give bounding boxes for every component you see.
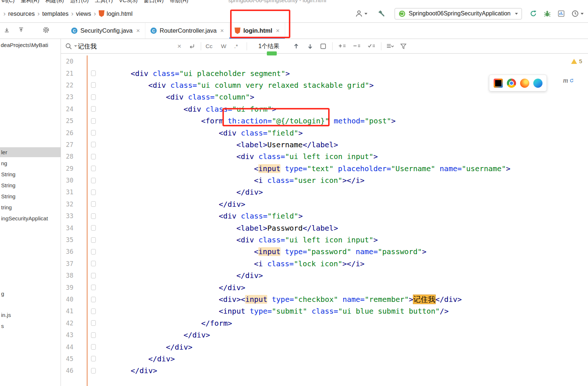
remove-occurrence-icon[interactable] <box>353 43 361 49</box>
fold-marker-icon[interactable] <box>91 285 96 290</box>
fold-marker-icon[interactable] <box>91 142 96 147</box>
line-number[interactable]: 37 <box>61 260 73 267</box>
line-number[interactable]: 28 <box>61 153 73 160</box>
line-number[interactable]: 43 <box>61 331 73 339</box>
line-number[interactable]: 27 <box>61 141 73 148</box>
filter-search-lines-icon[interactable] <box>386 43 394 49</box>
tab-close-icon[interactable]: × <box>136 27 140 35</box>
project-tree-item[interactable]: tring <box>0 202 61 212</box>
fold-marker-icon[interactable] <box>91 297 96 302</box>
line-number[interactable]: 38 <box>61 272 73 279</box>
fold-marker-icon[interactable] <box>91 166 96 171</box>
build-hammer-icon[interactable] <box>377 10 385 18</box>
project-tree-item[interactable]: in.js <box>0 310 61 320</box>
user-account-icon[interactable] <box>355 10 367 18</box>
open-in-find-window-icon[interactable] <box>320 43 326 49</box>
fold-marker-icon[interactable] <box>91 344 96 350</box>
newline-icon[interactable] <box>188 43 195 50</box>
breadcrumb-item-resources[interactable]: resources <box>8 10 35 17</box>
fold-marker-icon[interactable] <box>91 213 96 219</box>
fold-marker-icon[interactable] <box>91 237 96 243</box>
debug-bug-icon[interactable] <box>543 10 551 18</box>
line-number[interactable]: 22 <box>61 82 73 89</box>
line-number[interactable]: 34 <box>61 224 73 232</box>
line-number[interactable]: 24 <box>61 105 73 113</box>
fold-marker-icon[interactable] <box>91 94 96 100</box>
fold-marker-icon[interactable] <box>91 332 96 338</box>
fold-marker-icon[interactable] <box>91 106 96 112</box>
edge-browser-icon[interactable] <box>533 79 542 88</box>
previous-match-icon[interactable] <box>293 43 300 50</box>
filter-funnel-icon[interactable] <box>400 43 407 49</box>
line-number[interactable]: 21 <box>61 70 73 77</box>
add-occurrence-icon[interactable] <box>338 43 346 49</box>
tab-SecurityConfig-java[interactable]: CSecurityConfig.java× <box>66 23 145 39</box>
fold-marker-icon[interactable] <box>91 201 96 207</box>
line-number[interactable]: 29 <box>61 165 73 172</box>
firefox-browser-icon[interactable] <box>520 79 529 88</box>
fold-marker-icon[interactable] <box>91 249 96 255</box>
project-tree-item[interactable]: String <box>0 191 61 201</box>
fold-marker-icon[interactable] <box>91 273 96 278</box>
inspections-widget[interactable]: 5 <box>571 58 582 64</box>
rerun-icon[interactable] <box>529 10 537 18</box>
menu-items[interactable]: 码(C) 重构(R) 构建(B) 运行(U) 工具(T) VCS(S) 窗口(W… <box>1 0 188 4</box>
collapse-all-icon[interactable] <box>4 27 10 35</box>
line-number[interactable]: 30 <box>61 177 73 184</box>
run-with-coverage-icon[interactable] <box>557 10 565 18</box>
fold-marker-icon[interactable] <box>91 82 96 88</box>
line-number[interactable]: 40 <box>61 296 73 303</box>
project-tree-item[interactable]: g <box>0 289 61 299</box>
maven-tool-window-button[interactable]: m <box>563 76 574 84</box>
fold-marker-icon[interactable] <box>91 320 96 326</box>
line-number[interactable]: 33 <box>61 212 73 220</box>
settings-gear-icon[interactable] <box>43 26 50 35</box>
line-number[interactable]: 36 <box>61 248 73 255</box>
fold-marker-icon[interactable] <box>91 130 96 136</box>
line-number[interactable]: 44 <box>61 343 73 351</box>
fold-marker-icon[interactable] <box>91 118 96 124</box>
line-number[interactable]: 31 <box>61 188 73 196</box>
tab-RouterController-java[interactable]: CRouterController.java× <box>145 23 229 39</box>
fold-marker-icon[interactable] <box>91 368 96 374</box>
line-number[interactable]: 45 <box>61 355 73 362</box>
fold-marker-icon[interactable] <box>91 309 96 314</box>
line-number[interactable]: 32 <box>61 201 73 208</box>
regex-toggle[interactable]: .* <box>234 43 238 50</box>
line-number[interactable]: 39 <box>61 284 73 291</box>
breadcrumb-item-templates[interactable]: templates <box>42 10 69 17</box>
line-number[interactable]: 23 <box>61 93 73 101</box>
fold-marker-icon[interactable] <box>91 225 96 231</box>
project-tree-item[interactable]: s <box>0 321 61 331</box>
project-tree-item[interactable]: ng <box>0 158 61 168</box>
breadcrumb-item-login-html[interactable]: login.html <box>107 10 133 17</box>
fold-marker-icon[interactable] <box>91 190 96 195</box>
match-case-toggle[interactable]: Cc <box>206 43 213 50</box>
line-number[interactable]: 41 <box>61 307 73 315</box>
window-menu-bar[interactable]: 码(C) 重构(R) 构建(B) 运行(U) 工具(T) VCS(S) 窗口(W… <box>0 0 588 5</box>
fold-marker-icon[interactable] <box>91 261 96 266</box>
chrome-browser-icon[interactable] <box>507 79 516 88</box>
fold-marker-icon[interactable] <box>91 356 96 361</box>
search-icon[interactable] <box>65 42 77 50</box>
line-number[interactable]: 42 <box>61 320 73 327</box>
select-all-occurrences-icon[interactable] <box>368 43 375 49</box>
next-match-icon[interactable] <box>307 43 313 50</box>
history-clock-icon[interactable] <box>571 10 584 18</box>
line-number[interactable]: 26 <box>61 129 73 137</box>
fold-marker-icon[interactable] <box>91 154 96 159</box>
search-input[interactable]: 记住我 <box>78 42 97 50</box>
breadcrumb-item-views[interactable]: views <box>76 10 91 17</box>
expand-all-icon[interactable] <box>18 27 24 35</box>
tab-close-icon[interactable]: × <box>276 27 280 35</box>
run-configuration-select[interactable]: Springboot06SpringSecurityApplication <box>395 8 522 19</box>
project-tree-item[interactable]: ingSecurityApplicat <box>0 213 61 223</box>
line-number[interactable]: 35 <box>61 236 73 243</box>
fold-marker-icon[interactable] <box>91 178 96 183</box>
tab-close-icon[interactable]: × <box>220 27 224 35</box>
line-number[interactable]: 46 <box>61 367 73 374</box>
whole-words-toggle[interactable]: W <box>221 43 226 50</box>
clear-search-icon[interactable]: × <box>177 42 181 50</box>
code-editor[interactable]: 2021<div class="ui placeholder segment">… <box>61 55 588 377</box>
project-tree-item[interactable]: String <box>0 169 61 179</box>
